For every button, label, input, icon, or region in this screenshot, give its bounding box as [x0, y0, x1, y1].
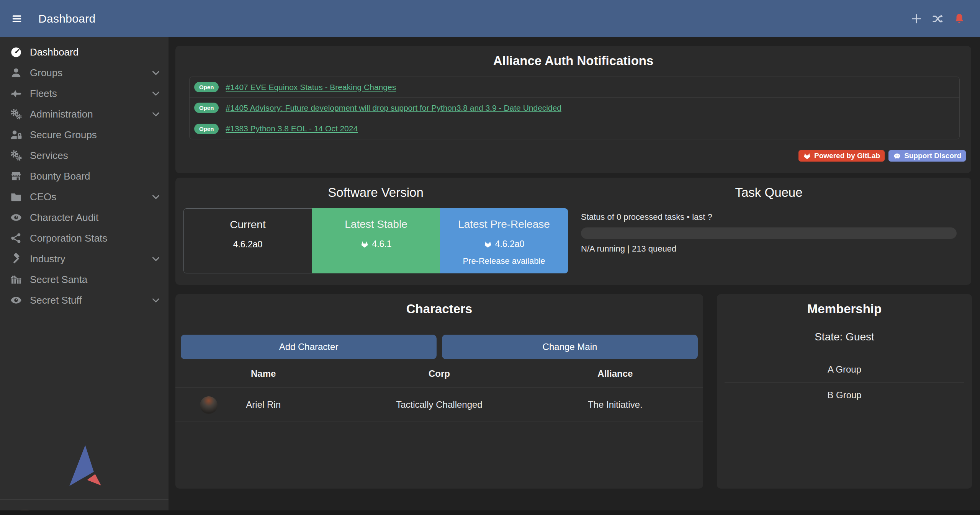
character-corp-cell: Tactically Challenged — [351, 399, 527, 410]
sidebar-item-label: Bounty Board — [30, 170, 161, 182]
shop-icon — [9, 170, 23, 182]
column-header-alliance: Alliance — [527, 368, 703, 379]
sidebar-menu: Dashboard Groups Fleets Administration S… — [0, 37, 169, 311]
sidebar-item-corporation-stats[interactable]: Corporation Stats — [0, 228, 169, 249]
discord-badge-label: Support Discord — [904, 152, 961, 160]
shuffle-icon[interactable] — [932, 13, 944, 25]
chevron-down-icon — [151, 254, 161, 264]
notification-link[interactable]: #1407 EVE Equinox Status - Breaking Chan… — [226, 83, 396, 92]
sidebar-item-label: Corporation Stats — [30, 232, 161, 244]
chevron-down-icon — [151, 68, 161, 78]
sidebar-item-label: Fleets — [30, 88, 151, 100]
gears-icon — [9, 149, 23, 162]
version-column-title: Latest Pre-Release — [440, 218, 568, 231]
panel-title: Characters — [175, 294, 703, 316]
gitlab-badge-label: Powered by GitLab — [814, 152, 880, 160]
jet-fighter-icon — [9, 87, 23, 100]
page-title: Dashboard — [38, 12, 95, 25]
task-queue-status-text: Status of 0 processed tasks • last ? — [581, 212, 957, 222]
gifts-icon — [9, 273, 23, 286]
characters-panel: Characters Add Character Change Main Nam… — [175, 294, 703, 489]
gitlab-fox-icon — [360, 240, 369, 249]
sidebar-item-label: Groups — [30, 67, 151, 79]
version-column-title: Latest Stable — [312, 218, 440, 231]
sidebar-item-label: Dashboard — [30, 46, 161, 58]
column-header-corp: Corp — [351, 368, 527, 379]
sidebar-item-label: CEOs — [30, 191, 151, 203]
list-item: B Group — [725, 383, 964, 408]
notification-item: Open #1405 Advisory: Future development … — [190, 98, 959, 118]
status-badge: Open — [194, 82, 219, 92]
top-navbar: Dashboard — [0, 0, 980, 37]
notification-link[interactable]: #1405 Advisory: Future development will … — [226, 103, 561, 113]
folder-icon — [9, 191, 23, 203]
task-queue-progress-bar — [581, 227, 957, 239]
gauge-icon — [9, 46, 23, 58]
panel-title: Alliance Auth Notifications — [175, 46, 971, 68]
sidebar-item-dashboard[interactable]: Dashboard — [0, 42, 169, 62]
chevron-down-icon — [151, 88, 161, 98]
task-queue-count-text: N/A running | 213 queued — [581, 244, 957, 254]
external-badges: Powered by GitLab Support Discord — [798, 150, 966, 162]
panel-title: Task Queue — [581, 178, 957, 200]
version-columns: Current 4.6.2a0 Latest Stable 4.6.1 Late… — [183, 208, 568, 273]
gitlab-fox-icon — [484, 240, 492, 249]
sidebar-item-label: Secret Santa — [30, 274, 161, 286]
discord-icon — [893, 152, 901, 160]
sidebar-item-label: Industry — [30, 253, 151, 265]
sidebar-item-services[interactable]: Services — [0, 145, 169, 166]
menu-toggle-button[interactable] — [10, 13, 24, 25]
version-number: 4.6.2a0 — [233, 239, 263, 250]
gitlab-badge[interactable]: Powered by GitLab — [798, 150, 885, 162]
discord-badge[interactable]: Support Discord — [888, 150, 966, 162]
sidebar-item-industry[interactable]: Industry — [0, 249, 169, 269]
add-icon[interactable] — [910, 13, 923, 25]
version-number: 4.6.2a0 — [495, 239, 525, 249]
alliance-auth-notifications-panel: Alliance Auth Notifications Open #1407 E… — [175, 46, 971, 173]
sidebar-item-secret-stuff[interactable]: Secret Stuff — [0, 290, 169, 311]
notification-link[interactable]: #1383 Python 3.8 EOL - 14 Oct 2024 — [226, 124, 358, 133]
notifications-bell-icon[interactable] — [953, 13, 965, 25]
prerelease-note: Pre-Release available — [440, 256, 568, 266]
panel-title: Membership — [717, 294, 972, 316]
sidebar-item-fleets[interactable]: Fleets — [0, 83, 169, 104]
user-icon — [9, 67, 23, 79]
chevron-down-icon — [151, 295, 161, 305]
chevron-down-icon — [151, 109, 161, 119]
sidebar-item-label: Services — [30, 150, 161, 162]
version-current: Current 4.6.2a0 — [183, 208, 312, 273]
sidebar-item-ceos[interactable]: CEOs — [0, 186, 169, 207]
sidebar-item-character-audit[interactable]: Character Audit — [0, 207, 169, 228]
gears-icon — [9, 108, 23, 120]
add-character-button[interactable]: Add Character — [181, 335, 437, 359]
page-bottom-strip — [0, 510, 980, 515]
column-header-name: Name — [175, 368, 351, 379]
characters-table-header: Name Corp Alliance — [175, 368, 703, 379]
user-lock-icon — [9, 129, 23, 141]
version-latest-prerelease: Latest Pre-Release 4.6.2a0 Pre-Release a… — [440, 208, 568, 273]
membership-state: State: Guest — [717, 331, 972, 343]
notification-item: Open #1383 Python 3.8 EOL - 14 Oct 2024 — [190, 118, 959, 139]
notifications-list: Open #1407 EVE Equinox Status - Breaking… — [189, 77, 960, 139]
change-main-button[interactable]: Change Main — [442, 335, 698, 359]
sidebar-item-label: Character Audit — [30, 212, 161, 224]
gitlab-fox-icon — [803, 152, 811, 160]
sidebar-item-administration[interactable]: Administration — [0, 104, 169, 124]
navbar-actions — [910, 13, 965, 25]
hammer-icon — [9, 253, 23, 265]
sidebar-item-groups[interactable]: Groups — [0, 62, 169, 83]
sidebar-item-secure-groups[interactable]: Secure Groups — [0, 124, 169, 145]
character-actions: Add Character Change Main — [181, 335, 698, 359]
eye-icon — [9, 294, 23, 306]
alliance-auth-logo — [61, 441, 106, 490]
share-nodes-icon — [9, 232, 23, 244]
sidebar: Dashboard Groups Fleets Administration S… — [0, 37, 169, 515]
eye-icon — [9, 211, 23, 224]
sidebar-item-bounty-board[interactable]: Bounty Board — [0, 166, 169, 186]
membership-panel: Membership State: Guest A Group B Group — [717, 294, 972, 489]
character-portrait — [200, 396, 218, 414]
sidebar-item-label: Secure Groups — [30, 129, 161, 141]
panel-title: Software Version — [175, 178, 576, 200]
sidebar-item-secret-santa[interactable]: Secret Santa — [0, 269, 169, 290]
version-taskqueue-panel: Software Version Current 4.6.2a0 Latest … — [175, 178, 971, 285]
